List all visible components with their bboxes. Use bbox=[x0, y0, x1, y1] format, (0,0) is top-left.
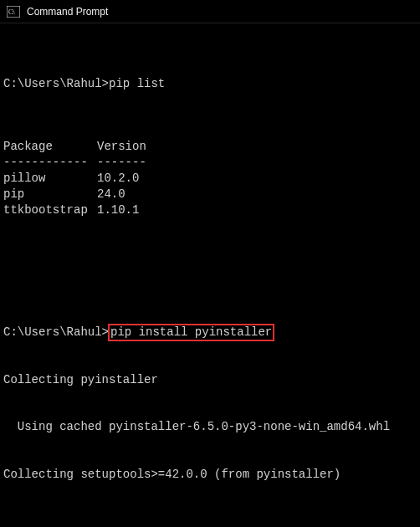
cmd-icon: C:\ bbox=[7, 6, 20, 18]
highlighted-install-command: pip install pyinstaller bbox=[109, 325, 274, 340]
install-output-line: Collecting pyinstaller bbox=[3, 372, 417, 388]
table-row: pillow10.2.0 bbox=[3, 171, 146, 187]
install-cmd-line: C:\Users\Rahul>pip install pyinstaller bbox=[3, 325, 417, 340]
install-output-line: Using cached pyinstaller-6.5.0-py3-none-… bbox=[3, 419, 417, 435]
install-output-line: Collecting setuptools>=42.0.0 (from pyin… bbox=[3, 467, 417, 483]
prompt: C:\Users\Rahul> bbox=[3, 325, 109, 339]
window-title: Command Prompt bbox=[27, 6, 108, 18]
table-row: pip24.0 bbox=[3, 187, 146, 202]
header-package: Package bbox=[3, 139, 97, 155]
pip-list-table-1: Package Version ------------ ------- pil… bbox=[3, 139, 146, 217]
cmd-text: pip list bbox=[109, 77, 165, 90]
prompt: C:\Users\Rahul> bbox=[3, 77, 109, 90]
window-titlebar[interactable]: C:\ Command Prompt bbox=[0, 0, 420, 23]
header-version: Version bbox=[97, 139, 146, 155]
table-header: Package Version bbox=[3, 139, 146, 155]
svg-text:C:\: C:\ bbox=[8, 8, 16, 16]
table-separator: ------------ ------- bbox=[3, 155, 146, 171]
terminal-area[interactable]: C:\Users\Rahul>pip list Package Version … bbox=[0, 23, 420, 527]
table-row: ttkbootstrap1.10.1 bbox=[3, 202, 146, 218]
block1-cmd-line: C:\Users\Rahul>pip list bbox=[3, 76, 417, 92]
